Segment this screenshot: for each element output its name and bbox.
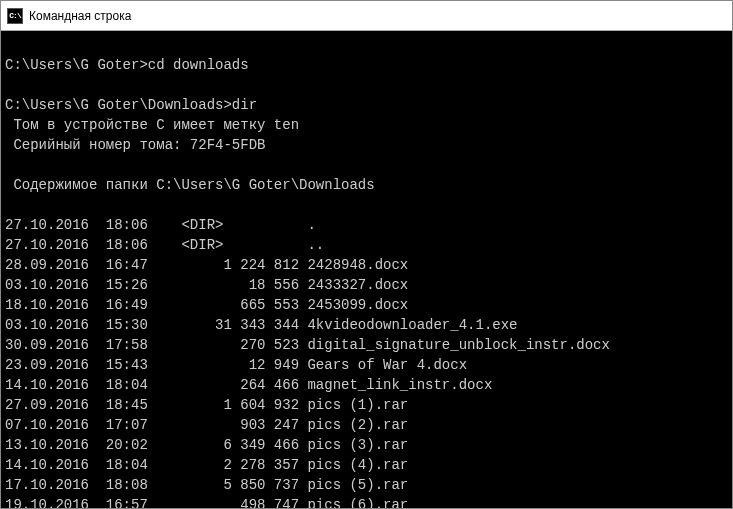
- prompt-line-1: C:\Users\G Goter>cd downloads: [5, 57, 249, 73]
- prompt-path: C:\Users\G Goter>: [5, 57, 148, 73]
- listing-row: 19.10.2016 16:57 498 747 pics (6).rar: [5, 495, 728, 508]
- listing-row: 13.10.2016 20:02 6 349 466 pics (3).rar: [5, 435, 728, 455]
- directory-listing: 27.10.2016 18:06 <DIR> .27.10.2016 18:06…: [5, 215, 728, 508]
- listing-row: 27.09.2016 18:45 1 604 932 pics (1).rar: [5, 395, 728, 415]
- titlebar[interactable]: C:\ Командная строка: [1, 1, 732, 31]
- listing-row: 14.10.2016 18:04 264 466 magnet_link_ins…: [5, 375, 728, 395]
- listing-row: 18.10.2016 16:49 665 553 2453099.docx: [5, 295, 728, 315]
- listing-row: 28.09.2016 16:47 1 224 812 2428948.docx: [5, 255, 728, 275]
- listing-row: 14.10.2016 18:04 2 278 357 pics (4).rar: [5, 455, 728, 475]
- prompt-line-2: C:\Users\G Goter\Downloads>dir: [5, 97, 257, 113]
- listing-row: 07.10.2016 17:07 903 247 pics (2).rar: [5, 415, 728, 435]
- volume-serial-line: Серийный номер тома: 72F4-5FDB: [5, 137, 265, 153]
- directory-header-line: Содержимое папки C:\Users\G Goter\Downlo…: [5, 177, 375, 193]
- window-title: Командная строка: [29, 9, 131, 23]
- listing-row: 17.10.2016 18:08 5 850 737 pics (5).rar: [5, 475, 728, 495]
- cmd-window: C:\ Командная строка C:\Users\G Goter>cd…: [0, 0, 733, 509]
- listing-row: 03.10.2016 15:30 31 343 344 4kvideodownl…: [5, 315, 728, 335]
- listing-row: 27.10.2016 18:06 <DIR> ..: [5, 235, 728, 255]
- listing-row: 03.10.2016 15:26 18 556 2433327.docx: [5, 275, 728, 295]
- listing-row: 23.09.2016 15:43 12 949 Gears of War 4.d…: [5, 355, 728, 375]
- listing-row: 30.09.2016 17:58 270 523 digital_signatu…: [5, 335, 728, 355]
- prompt-path: C:\Users\G Goter\Downloads>: [5, 97, 232, 113]
- cmd-icon: C:\: [7, 8, 23, 24]
- volume-label-line: Том в устройстве C имеет метку ten: [5, 117, 299, 133]
- prompt-cmd: dir: [232, 97, 257, 113]
- prompt-cmd: cd downloads: [148, 57, 249, 73]
- terminal-output[interactable]: C:\Users\G Goter>cd downloads C:\Users\G…: [1, 31, 732, 508]
- listing-row: 27.10.2016 18:06 <DIR> .: [5, 215, 728, 235]
